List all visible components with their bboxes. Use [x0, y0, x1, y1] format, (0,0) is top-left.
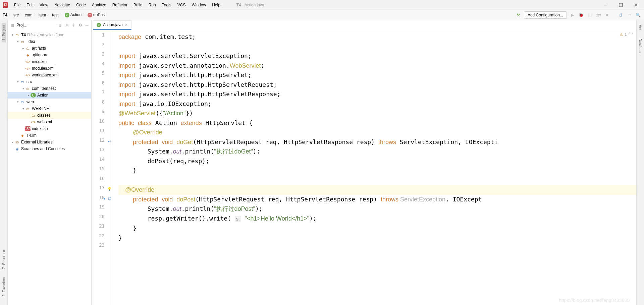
search-icon[interactable]: 🔍	[635, 12, 641, 18]
crumb-t4[interactable]: T4	[3, 13, 7, 17]
menu-code[interactable]: Code	[73, 1, 89, 9]
tree-item-scratches-and-consoles[interactable]: ◉Scratches and Consoles	[8, 145, 91, 152]
window-controls: ─ ❐ ✕	[598, 0, 644, 10]
tool-tab-favorites[interactable]: 2: Favorites	[2, 275, 6, 298]
editor-tabs: C Action.java ✕	[92, 20, 636, 30]
crumb-src[interactable]: src	[13, 13, 19, 17]
code-area[interactable]: package com.item.test; import javax.serv…	[112, 30, 636, 305]
layout-icon[interactable]: ▭	[626, 12, 633, 18]
crumb-item[interactable]: item	[39, 13, 46, 17]
tree-item-action[interactable]: ▸CAction	[8, 92, 91, 99]
menu-refactor[interactable]: Refactor	[110, 1, 130, 9]
maximize-button[interactable]: ❐	[613, 0, 629, 10]
tab-close-icon[interactable]: ✕	[125, 23, 128, 27]
coverage-icon[interactable]: ⬚	[586, 12, 593, 18]
nav-bar: T4〉src〉com〉item〉test〉cAction〉mdoPost ⚒ A…	[0, 10, 644, 20]
breadcrumbs: T4〉src〉com〉item〉test〉cAction〉mdoPost	[3, 12, 106, 17]
close-button[interactable]: ✕	[629, 0, 644, 10]
menu-view[interactable]: View	[37, 1, 51, 9]
profile-icon[interactable]: ◔▾	[595, 12, 602, 18]
crumb-action[interactable]: cAction	[65, 12, 82, 17]
right-tool-strip: Ant Database	[636, 20, 644, 305]
editor-body: 123456789101112●↑1314151617💡18●↑ @192021…	[92, 30, 636, 305]
locate-icon[interactable]: ⊕	[58, 23, 62, 27]
hammer-icon[interactable]: ⚒	[515, 12, 522, 18]
menu-navigate[interactable]: Navigate	[52, 1, 73, 9]
minimize-button[interactable]: ─	[598, 0, 613, 10]
project-tree[interactable]: ▾🗀T4D:\save\myclass\one▾🗀.idea▸🗀artifact…	[8, 30, 91, 305]
app-logo-icon: IJ	[3, 2, 8, 8]
next-highlight-icon[interactable]: ˅	[632, 32, 634, 37]
tree-item-web[interactable]: ▾🗀web	[8, 99, 91, 105]
menu-run[interactable]: Run	[146, 1, 159, 9]
run-icon[interactable]: ▶	[569, 12, 576, 18]
menu-edit[interactable]: Edit	[24, 1, 36, 9]
tool-tab-ant[interactable]: Ant	[638, 23, 642, 33]
menu-tools[interactable]: Tools	[159, 1, 174, 9]
tree-item-classes[interactable]: 🗀classes	[8, 112, 91, 119]
menu-window[interactable]: Window	[189, 1, 209, 9]
tree-item-com-item-test[interactable]: ▾🗀com.item.test	[8, 85, 91, 92]
tree-item-modules-xml[interactable]: </>modules.xml	[8, 65, 91, 72]
tree-item-t4-iml[interactable]: ◆T4.iml	[8, 132, 91, 139]
window-title: T4 - Action.java	[236, 3, 264, 7]
tree-item-workspace-xml[interactable]: </>workspace.xml	[8, 72, 91, 78]
menu-build[interactable]: Build	[131, 1, 145, 9]
project-select-icon[interactable]: ▤	[10, 23, 14, 27]
line-gutter: 123456789101112●↑1314151617💡18●↑ @192021…	[92, 30, 112, 305]
inspection-widget[interactable]: ⚠ 1 ˄ ˅	[620, 32, 634, 37]
tool-tab-structure[interactable]: 7: Structure	[2, 248, 6, 271]
main-menu: FileEditViewNavigateCodeAnalyzeRefactorB…	[11, 1, 223, 9]
debug-icon[interactable]: 🐞	[578, 12, 584, 18]
menu-help[interactable]: Help	[209, 1, 223, 9]
watermark: https://blog.csdn.net/feng8403000	[559, 298, 630, 303]
hide-icon[interactable]: ─	[85, 23, 89, 27]
expand-icon[interactable]: ✳	[64, 23, 69, 27]
tool-tab-database[interactable]: Database	[638, 37, 642, 56]
collapse-icon[interactable]: ⇕	[71, 23, 76, 27]
tree-item-web-inf[interactable]: ▾🗀WEB-INF	[8, 105, 91, 112]
crumb-com[interactable]: com	[25, 13, 33, 17]
tree-item--idea[interactable]: ▾🗀.idea	[8, 38, 91, 45]
warning-icon: ⚠	[620, 32, 623, 37]
editor-area: C Action.java ✕ 123456789101112●↑1314151…	[92, 20, 636, 305]
tree-item-external-libraries[interactable]: ▸libExternal Libraries	[8, 139, 91, 145]
tree-item-artifacts[interactable]: ▸🗀artifacts	[8, 45, 91, 52]
git-icon[interactable]: ⎙	[617, 12, 624, 18]
tree-item--gitignore[interactable]: ◆.gitignore	[8, 52, 91, 58]
prev-highlight-icon[interactable]: ˄	[628, 32, 630, 37]
menu-analyze[interactable]: Analyze	[89, 1, 109, 9]
menu-file[interactable]: File	[11, 1, 23, 9]
crumb-dopost[interactable]: mdoPost	[88, 12, 106, 17]
menu-vcs[interactable]: VCS	[175, 1, 189, 9]
tool-tab-project[interactable]: 1: Project	[2, 23, 6, 42]
tree-item-misc-xml[interactable]: </>misc.xml	[8, 58, 91, 65]
crumb-test[interactable]: test	[52, 13, 58, 17]
tab-action-java[interactable]: C Action.java ✕	[93, 20, 131, 30]
add-configuration-button[interactable]: Add Configuration...	[524, 11, 567, 19]
java-class-icon: C	[97, 23, 101, 27]
tree-item-index-jsp[interactable]: JSPindex.jsp	[8, 125, 91, 132]
main-area: 1: Project 7: Structure 2: Favorites ▤ P…	[0, 20, 644, 305]
tree-item-web-xml[interactable]: </>web.xml	[8, 119, 91, 125]
warning-count: 1	[625, 32, 627, 37]
stop-icon[interactable]: ■	[604, 12, 610, 18]
project-panel: ▤ Proj… ⊕ ✳ ⇕ ⚙ ─ ▾🗀T4D:\save\myclass\on…	[8, 20, 92, 305]
tree-item-t4[interactable]: ▾🗀T4D:\save\myclass\one	[8, 32, 91, 38]
project-header: ▤ Proj… ⊕ ✳ ⇕ ⚙ ─	[8, 20, 91, 30]
title-bar: IJ FileEditViewNavigateCodeAnalyzeRefact…	[0, 0, 644, 10]
project-title: Proj…	[16, 23, 28, 27]
left-tool-strip: 1: Project 7: Structure 2: Favorites	[0, 20, 8, 305]
tab-label: Action.java	[103, 22, 123, 27]
settings-icon[interactable]: ⚙	[78, 23, 83, 27]
tree-item-src[interactable]: ▾🗀src	[8, 78, 91, 85]
